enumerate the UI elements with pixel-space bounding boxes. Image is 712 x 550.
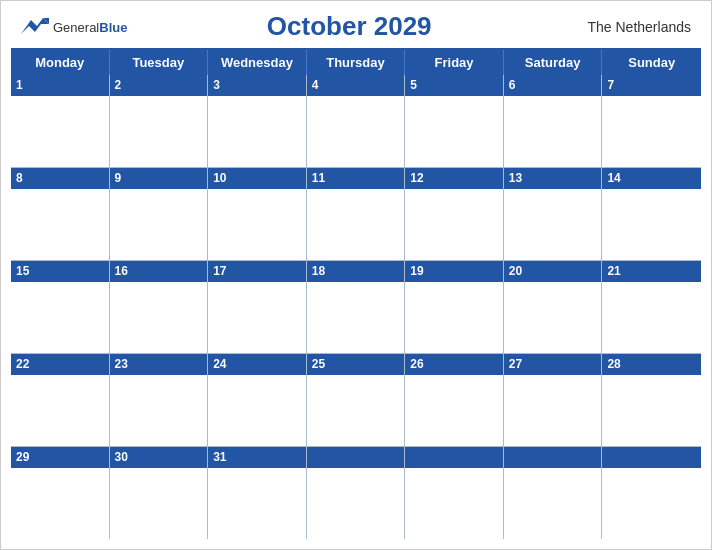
week-row-3: 15 16 17 18 19 20 21 <box>11 261 701 354</box>
header-wednesday: Wednesday <box>208 50 307 75</box>
logo-general: General <box>53 20 99 35</box>
day-26: 26 <box>405 354 504 446</box>
day-23: 23 <box>110 354 209 446</box>
day-headers: Monday Tuesday Wednesday Thursday Friday… <box>11 50 701 75</box>
day-10: 10 <box>208 168 307 260</box>
day-9: 9 <box>110 168 209 260</box>
day-21: 21 <box>602 261 701 353</box>
day-31: 31 <box>208 447 307 539</box>
day-17: 17 <box>208 261 307 353</box>
day-29: 29 <box>11 447 110 539</box>
day-4: 4 <box>307 75 406 167</box>
day-8: 8 <box>11 168 110 260</box>
header-friday: Friday <box>405 50 504 75</box>
calendar-title: October 2029 <box>127 11 571 42</box>
day-7: 7 <box>602 75 701 167</box>
header-monday: Monday <box>11 50 110 75</box>
day-11: 11 <box>307 168 406 260</box>
calendar-header: GeneralBlue October 2029 The Netherlands <box>1 1 711 48</box>
svg-marker-0 <box>21 18 49 34</box>
day-19: 19 <box>405 261 504 353</box>
day-13: 13 <box>504 168 603 260</box>
week-row-1: 1 2 3 4 5 6 7 <box>11 75 701 168</box>
day-empty-2 <box>405 447 504 539</box>
logo-bird-icon <box>21 16 49 38</box>
day-25: 25 <box>307 354 406 446</box>
day-14: 14 <box>602 168 701 260</box>
week-row-5: 29 30 31 <box>11 447 701 539</box>
logo: GeneralBlue <box>21 16 127 38</box>
day-24: 24 <box>208 354 307 446</box>
header-sunday: Sunday <box>602 50 701 75</box>
week-row-2: 8 9 10 11 12 13 14 <box>11 168 701 261</box>
day-12: 12 <box>405 168 504 260</box>
country-label: The Netherlands <box>571 19 691 35</box>
header-thursday: Thursday <box>307 50 406 75</box>
day-2: 2 <box>110 75 209 167</box>
day-6: 6 <box>504 75 603 167</box>
day-5: 5 <box>405 75 504 167</box>
day-empty-3 <box>504 447 603 539</box>
day-18: 18 <box>307 261 406 353</box>
calendar: GeneralBlue October 2029 The Netherlands… <box>0 0 712 550</box>
day-15: 15 <box>11 261 110 353</box>
calendar-grid: Monday Tuesday Wednesday Thursday Friday… <box>11 48 701 539</box>
day-30: 30 <box>110 447 209 539</box>
day-27: 27 <box>504 354 603 446</box>
day-1: 1 <box>11 75 110 167</box>
day-3: 3 <box>208 75 307 167</box>
day-22: 22 <box>11 354 110 446</box>
day-empty-1 <box>307 447 406 539</box>
header-tuesday: Tuesday <box>110 50 209 75</box>
day-28: 28 <box>602 354 701 446</box>
logo-blue: Blue <box>99 20 127 35</box>
day-20: 20 <box>504 261 603 353</box>
logo-text: GeneralBlue <box>53 18 127 36</box>
day-empty-4 <box>602 447 701 539</box>
weeks-container: 1 2 3 4 5 6 7 8 9 10 11 12 13 14 15 16 <box>11 75 701 539</box>
week-row-4: 22 23 24 25 26 27 28 <box>11 354 701 447</box>
header-saturday: Saturday <box>504 50 603 75</box>
day-16: 16 <box>110 261 209 353</box>
